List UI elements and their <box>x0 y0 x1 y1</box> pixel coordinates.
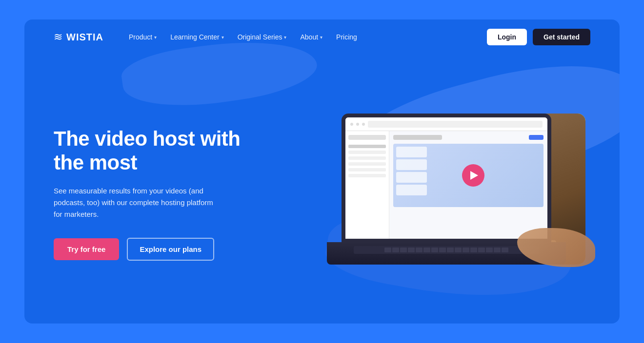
chevron-down-icon: ▾ <box>284 35 286 40</box>
sidebar-link-1[interactable] <box>348 145 386 148</box>
key <box>384 248 391 252</box>
logo[interactable]: ≋ WISTIA <box>54 31 103 43</box>
nav-item-about[interactable]: About ▾ <box>294 29 328 45</box>
video-thumbnail-area[interactable] <box>393 144 543 207</box>
get-started-button[interactable]: Get started <box>533 29 590 45</box>
nav-item-product[interactable]: Product ▾ <box>123 29 162 45</box>
screen-content <box>345 117 547 239</box>
hero-heading: The video host with the most <box>54 127 259 174</box>
navbar: ≋ WISTIA Product ▾ Learning Center ▾ Ori… <box>24 19 620 55</box>
key <box>463 248 469 252</box>
thumbnail-list <box>393 144 430 207</box>
sidebar-link-5[interactable] <box>348 168 386 172</box>
nav-links: Product ▾ Learning Center ▾ Original Ser… <box>123 29 487 45</box>
main-action-button[interactable] <box>529 135 543 140</box>
app-sidebar <box>345 131 389 239</box>
play-button[interactable] <box>462 164 484 187</box>
key <box>392 248 399 252</box>
key <box>478 248 485 252</box>
sidebar-link-2[interactable] <box>348 151 386 154</box>
app-body <box>345 131 547 239</box>
nav-item-pricing[interactable]: Pricing <box>330 29 363 45</box>
hero-buttons: Try for free Explore our plans <box>54 238 259 261</box>
nav-learning-label: Learning Center <box>170 33 219 41</box>
chevron-down-icon: ▾ <box>221 35 224 40</box>
key <box>486 248 493 252</box>
key <box>455 248 462 252</box>
key <box>400 248 407 252</box>
browser-dot-3 <box>362 123 365 126</box>
hero-section: The video host with the most See measura… <box>24 55 620 324</box>
key <box>447 248 454 252</box>
hero-text-block: The video host with the most See measura… <box>54 127 259 261</box>
laptop-image-area <box>327 114 585 265</box>
browser-url-bar[interactable] <box>368 121 543 128</box>
nav-item-original-series[interactable]: Original Series ▾ <box>232 29 293 45</box>
wistia-logo-icon: ≋ <box>54 31 62 43</box>
thumb-item-2 <box>396 159 427 170</box>
sidebar-link-3[interactable] <box>348 156 386 160</box>
key <box>416 248 423 252</box>
key <box>408 248 415 252</box>
browser-dot-2 <box>356 123 359 126</box>
thumb-item-3 <box>396 172 427 183</box>
key <box>431 248 438 252</box>
nav-about-label: About <box>300 33 318 41</box>
hero-visual <box>259 114 590 274</box>
sidebar-link-4[interactable] <box>348 162 386 166</box>
login-button[interactable]: Login <box>487 29 527 45</box>
try-for-free-button[interactable]: Try for free <box>54 238 119 260</box>
nav-series-label: Original Series <box>238 33 282 41</box>
key <box>494 248 501 252</box>
browser-dot-1 <box>350 123 353 126</box>
hero-subtext: See measurable results from your videos … <box>54 185 220 220</box>
keyboard <box>354 246 539 254</box>
screen-topbar <box>345 117 547 131</box>
nav-pricing-label: Pricing <box>336 33 357 41</box>
main-header-row <box>393 135 543 140</box>
sidebar-brand <box>348 135 386 140</box>
logo-text: WISTIA <box>66 32 103 43</box>
chevron-down-icon: ▾ <box>154 35 157 40</box>
key <box>502 248 508 252</box>
nav-item-learning-center[interactable]: Learning Center ▾ <box>164 29 229 45</box>
key <box>470 248 477 252</box>
nav-actions: Login Get started <box>487 29 590 45</box>
key <box>423 248 430 252</box>
main-title-bar <box>393 135 442 140</box>
play-icon <box>470 171 478 180</box>
nav-product-label: Product <box>129 33 152 41</box>
page-frame: ≋ WISTIA Product ▾ Learning Center ▾ Ori… <box>24 19 620 324</box>
key <box>439 248 446 252</box>
thumb-item-1 <box>396 147 427 157</box>
laptop-screen <box>342 114 551 243</box>
thumb-item-4 <box>396 185 427 195</box>
sidebar-link-6[interactable] <box>348 174 386 177</box>
explore-plans-button[interactable]: Explore our plans <box>127 238 214 261</box>
app-main-content <box>389 131 547 239</box>
chevron-down-icon: ▾ <box>320 35 322 40</box>
